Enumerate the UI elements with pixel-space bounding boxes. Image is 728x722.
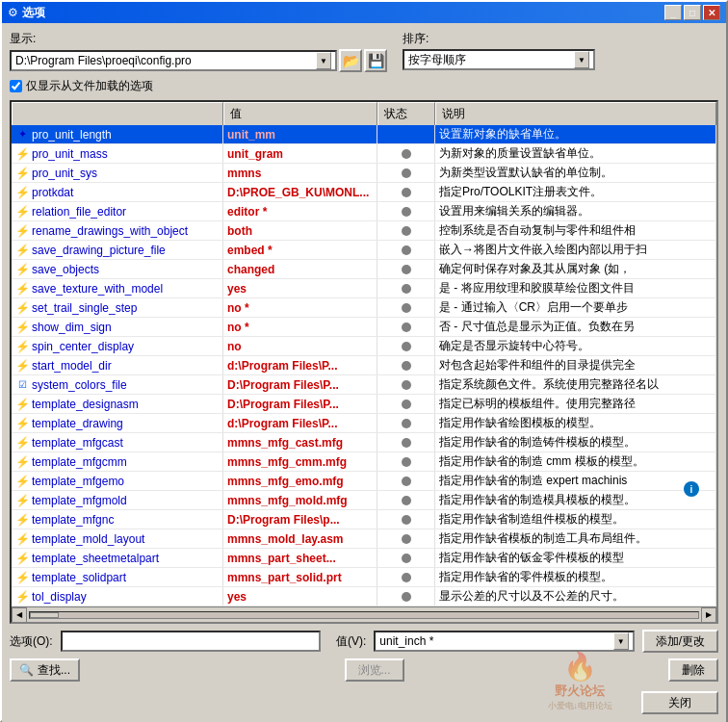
row-status bbox=[377, 279, 435, 297]
row-status bbox=[377, 568, 435, 586]
status-dot bbox=[402, 207, 411, 217]
row-status bbox=[377, 221, 435, 240]
row-name: ⚡ relation_file_editor bbox=[12, 202, 223, 220]
row-name: ⚡ template_mold_layout bbox=[12, 529, 223, 548]
row-icon: ⚡ bbox=[15, 224, 29, 238]
row-status bbox=[377, 318, 435, 336]
table-row[interactable]: ⚡ show_dim_sign no * 否 - 尺寸值总是显示为正值。负数在另 bbox=[12, 318, 716, 337]
sort-value: 按字母顺序 bbox=[408, 52, 574, 68]
scroll-right-btn[interactable]: ▶ bbox=[701, 607, 716, 623]
main-content: 显示: D:\Program Files\proeqi\config.pro ▼… bbox=[2, 23, 726, 722]
row-value: mmns_mfg_cast.mfg bbox=[223, 433, 377, 451]
table-row[interactable]: ✦ pro_unit_length unit_mm 设置新对象的缺省单位。 bbox=[12, 125, 716, 144]
table-row[interactable]: ⚡ pro_unit_mass unit_gram 为新对象的质量设置缺省单位。 bbox=[12, 144, 716, 164]
table-row[interactable]: ⚡ template_drawing d:\Program Files\P...… bbox=[12, 414, 716, 433]
status-dot bbox=[402, 419, 411, 428]
row-status bbox=[377, 491, 435, 509]
status-dot bbox=[402, 322, 411, 332]
row-status bbox=[377, 414, 435, 432]
minimize-button[interactable]: _ bbox=[664, 5, 682, 20]
maximize-button[interactable]: □ bbox=[684, 5, 701, 20]
row-name: ✦ pro_unit_length bbox=[12, 125, 223, 143]
table-row[interactable]: ⚡ start_model_dir d:\Program Files\P... … bbox=[12, 356, 716, 375]
row-status bbox=[377, 433, 435, 451]
sort-combo-arrow[interactable]: ▼ bbox=[574, 51, 589, 68]
row-value: no * bbox=[223, 318, 377, 336]
table-row[interactable]: ⚡ save_objects changed 确定何时保存对象及其从属对象 (如… bbox=[12, 260, 716, 279]
row-status bbox=[377, 452, 435, 471]
horizontal-scrollbar[interactable]: ◀ ▶ bbox=[12, 606, 716, 622]
row-value: unit_gram bbox=[223, 144, 377, 163]
value-combo[interactable]: unit_inch * ▼ bbox=[374, 631, 634, 652]
find-row: 🔍 查找... 浏览... 删除 bbox=[10, 658, 718, 682]
table-row[interactable]: ⚡ template_mfgmold mmns_mfg_mold.mfg 指定用… bbox=[12, 491, 716, 510]
row-value: mmns bbox=[223, 164, 377, 182]
table-row[interactable]: ⚡ template_mfgcast mmns_mfg_cast.mfg 指定用… bbox=[12, 433, 716, 452]
display-path: D:\Program Files\proeqi\config.pro bbox=[15, 54, 316, 67]
scroll-left-btn[interactable]: ◀ bbox=[12, 607, 27, 623]
find-icon: 🔍 bbox=[19, 663, 34, 677]
table-row[interactable]: ☑ system_colors_file D:\Program Files\P.… bbox=[12, 375, 716, 395]
row-status bbox=[377, 125, 435, 143]
row-desc: 指定已标明的模板组件。使用完整路径 bbox=[435, 395, 716, 413]
table-row[interactable]: ⚡ template_mfgcmm mmns_mfg_cmm.mfg 指定用作缺… bbox=[12, 452, 716, 472]
table-row[interactable]: ⚡ template_solidpart mmns_part_solid.prt… bbox=[12, 568, 716, 587]
row-icon: ✦ bbox=[15, 128, 29, 142]
close-button[interactable]: 关闭 bbox=[641, 691, 718, 714]
row-value: no * bbox=[223, 298, 377, 317]
value-combo-arrow[interactable]: ▼ bbox=[613, 632, 629, 650]
filter-checkbox[interactable] bbox=[10, 80, 22, 92]
save-file-button[interactable]: 💾 bbox=[364, 49, 387, 72]
option-input[interactable]: pro_unit_length bbox=[61, 631, 321, 652]
info-icon[interactable]: i bbox=[684, 481, 699, 497]
row-name: ⚡ save_objects bbox=[12, 260, 223, 278]
h-scroll: ◀ ▶ bbox=[12, 607, 716, 622]
row-desc: 确定何时保存对象及其从属对象 (如， bbox=[435, 260, 716, 278]
table-row[interactable]: ⚡ set_trail_single_step no * 是 - 通过输入〈CR… bbox=[12, 298, 716, 318]
row-name: ⚡ template_mfgcast bbox=[12, 433, 223, 451]
table-row[interactable]: ⚡ rename_drawings_with_object both 控制系统是… bbox=[12, 221, 716, 241]
display-combo[interactable]: D:\Program Files\proeqi\config.pro ▼ bbox=[10, 50, 337, 71]
scroll-thumb[interactable] bbox=[30, 612, 59, 618]
table-row[interactable]: ⚡ template_designasm D:\Program Files\P.… bbox=[12, 395, 716, 414]
table-body[interactable]: ✦ pro_unit_length unit_mm 设置新对象的缺省单位。 ⚡ … bbox=[12, 125, 716, 606]
delete-button[interactable]: 删除 bbox=[668, 658, 718, 682]
table-row[interactable]: ⚡ protkdat D:\PROE_GB_KU\MONL... 指定Pro/T… bbox=[12, 183, 716, 202]
sort-combo[interactable]: 按字母顺序 ▼ bbox=[403, 49, 595, 70]
table-row[interactable]: ⚡ relation_file_editor editor * 设置用来编辑关系… bbox=[12, 202, 716, 221]
row-value: yes bbox=[223, 587, 377, 606]
table-row[interactable]: ⚡ template_mfgnc D:\Program Files\p... 指… bbox=[12, 510, 716, 529]
table-row[interactable]: ⚡ tol_display yes 显示公差的尺寸以及不公差的尺寸。 bbox=[12, 587, 716, 606]
table-row[interactable]: ⚡ save_texture_with_model yes 是 - 将应用纹理和… bbox=[12, 279, 716, 298]
row-status bbox=[377, 260, 435, 278]
filter-checkbox-row: 仅显示从文件加载的选项 bbox=[10, 78, 718, 94]
row-desc: 是 - 通过输入〈CR〉启用一个要单步 bbox=[435, 298, 716, 317]
table-row[interactable]: ⚡ template_mfgemo mmns_mfg_emo.mfg 指定用作缺… bbox=[12, 472, 716, 491]
table-row[interactable]: ⚡ save_drawing_picture_file embed * 嵌入→将… bbox=[12, 241, 716, 260]
table-row[interactable]: ⚡ spin_center_display no 确定是否显示旋转中心符号。 bbox=[12, 337, 716, 356]
row-name: ⚡ show_dim_sign bbox=[12, 318, 223, 336]
close-window-button[interactable]: ✕ bbox=[703, 5, 720, 20]
browse-button[interactable]: 浏览... bbox=[345, 658, 404, 682]
add-change-button[interactable]: 添加/更改 bbox=[642, 630, 718, 653]
row-name: ⚡ protkdat bbox=[12, 183, 223, 201]
table-row[interactable]: ⚡ template_sheetmetalpart mmns_part_shee… bbox=[12, 549, 716, 568]
row-value: D:\Program Files\p... bbox=[223, 510, 377, 529]
display-combo-arrow[interactable]: ▼ bbox=[316, 52, 331, 69]
row-status bbox=[377, 510, 435, 529]
th-name bbox=[12, 102, 223, 125]
find-button[interactable]: 🔍 查找... bbox=[10, 658, 80, 682]
status-dot bbox=[402, 477, 411, 486]
row-icon: ⚡ bbox=[15, 205, 29, 219]
table-row[interactable]: ⚡ pro_unit_sys mmns 为新类型设置默认缺省的单位制。 bbox=[12, 164, 716, 183]
status-dot bbox=[402, 303, 411, 313]
watermark-title: 野火论坛 bbox=[548, 683, 613, 700]
table-row[interactable]: ⚡ template_mold_layout mmns_mold_lay.asm… bbox=[12, 529, 716, 549]
row-value: mmns_mfg_mold.mfg bbox=[223, 491, 377, 509]
scroll-track[interactable] bbox=[29, 611, 699, 619]
open-file-button[interactable]: 📂 bbox=[339, 49, 362, 72]
status-dot bbox=[402, 534, 411, 544]
status-dot bbox=[402, 592, 411, 602]
row-icon: ⚡ bbox=[15, 398, 29, 411]
row-icon: ⚡ bbox=[15, 147, 29, 161]
